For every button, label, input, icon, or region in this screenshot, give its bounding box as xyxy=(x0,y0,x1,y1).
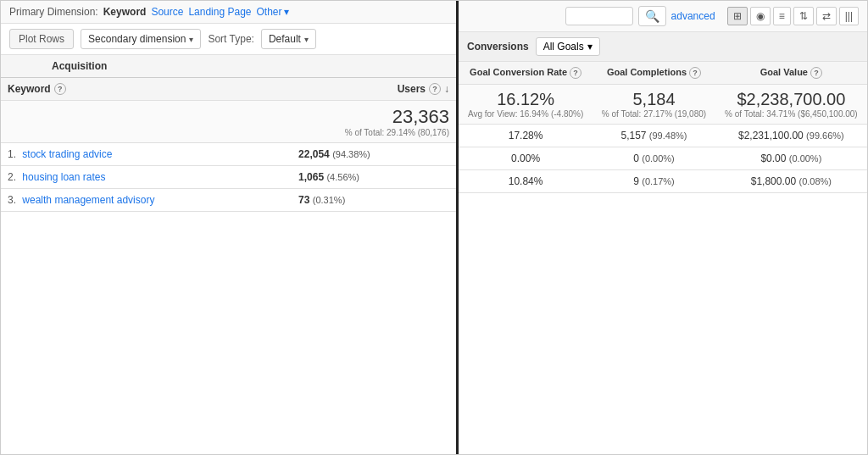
row2-users-value: 1,065 xyxy=(298,171,324,183)
row3-num: 3. xyxy=(8,194,19,206)
search-button[interactable]: 🔍 xyxy=(638,6,666,26)
row1-keyword-link[interactable]: stock trading advice xyxy=(22,148,112,160)
landing-page-link[interactable]: Landing Page xyxy=(188,6,251,18)
advanced-link[interactable]: advanced xyxy=(671,10,715,22)
totals-gv-sub: % of Total: 34.71% ($6,450,100.00) xyxy=(722,109,860,119)
row2-keyword-link[interactable]: housing loan rates xyxy=(22,171,105,183)
r3-gv-value: $1,800.00 xyxy=(751,175,796,187)
source-link[interactable]: Source xyxy=(151,6,183,18)
pivot-view-button[interactable]: ⇄ xyxy=(816,7,837,25)
row3-users-cell: 73 (0.31%) xyxy=(292,189,456,212)
right-table-row: 10.84% 9 (0.17%) $1,800.00 (0.08%) xyxy=(459,170,867,193)
row3-users-pct: (0.31%) xyxy=(313,195,346,205)
r2-gv-pct: (0.00%) xyxy=(789,153,822,164)
r2-gc-value: 0 xyxy=(633,153,639,164)
r3-gv-cell: $1,800.00 (0.08%) xyxy=(715,170,867,193)
right-toolbar: 🔍 advanced ⊞ ◉ ≡ ⇅ ⇄ ||| xyxy=(459,1,867,32)
totals-gc-value: 5,184 xyxy=(599,90,709,109)
r3-gc-value: 9 xyxy=(633,175,639,187)
keyword-help-icon[interactable]: ? xyxy=(54,83,66,95)
totals-gcr-cell: 16.12% Avg for View: 16.94% (-4.80%) xyxy=(459,85,593,125)
r3-gc-pct: (0.17%) xyxy=(642,176,675,186)
primary-dim-label: Primary Dimension: xyxy=(9,6,98,18)
row3-keyword-link[interactable]: wealth management advisory xyxy=(22,194,154,206)
other-dropdown[interactable]: Other ▾ xyxy=(257,6,289,18)
right-table-row: 0.00% 0 (0.00%) $0.00 (0.00%) xyxy=(459,147,867,170)
r1-gc-value: 5,157 xyxy=(620,130,646,141)
totals-gv-cell: $2,238,700.00 % of Total: 34.71% ($6,450… xyxy=(715,85,867,125)
primary-dimension-bar: Primary Dimension: Keyword Source Landin… xyxy=(1,1,456,24)
pie-view-button[interactable]: ◉ xyxy=(750,7,771,25)
r1-gv-cell: $2,231,100.00 (99.66%) xyxy=(715,125,867,147)
gc-help-icon[interactable]: ? xyxy=(689,67,701,79)
search-input[interactable] xyxy=(565,7,633,25)
row2-num: 2. xyxy=(8,171,19,183)
list-view-button[interactable]: ≡ xyxy=(773,7,791,25)
secondary-dim-caret-icon: ▾ xyxy=(189,35,193,44)
right-data-table: Goal Conversion Rate ? Goal Completions … xyxy=(459,62,867,193)
r2-gv-cell: $0.00 (0.00%) xyxy=(715,147,867,170)
r3-gcr-value: 10.84% xyxy=(509,175,543,187)
totals-users-sub: % of Total: 29.14% (80,176) xyxy=(298,128,449,137)
conversions-header: Conversions All Goals ▾ xyxy=(459,32,867,62)
primary-dim-active: Keyword xyxy=(103,6,147,18)
table-row: 2. housing loan rates 1,065 (4.56%) xyxy=(1,166,456,189)
row2-users-cell: 1,065 (4.56%) xyxy=(292,166,456,189)
gc-column-header: Goal Completions ? xyxy=(593,62,715,85)
r2-gc-pct: (0.00%) xyxy=(642,153,675,164)
row3-keyword-cell: 3. wealth management advisory xyxy=(1,189,292,212)
sort-down-icon: ↓ xyxy=(444,83,449,95)
plot-rows-button[interactable]: Plot Rows xyxy=(9,29,74,49)
totals-users-cell: 23,363 % of Total: 29.14% (80,176) xyxy=(292,101,456,143)
conversions-label: Conversions xyxy=(467,41,529,53)
totals-gc-sub: % of Total: 27.17% (19,080) xyxy=(599,109,709,119)
r2-gcr-value: 0.00% xyxy=(511,153,540,164)
sort-caret-icon: ▾ xyxy=(304,35,309,44)
right-table-wrapper: Goal Conversion Rate ? Goal Completions … xyxy=(459,62,867,193)
sort-type-label: Sort Type: xyxy=(208,33,253,45)
r1-gv-pct: (99.66%) xyxy=(806,130,844,141)
r1-gc-cell: 5,157 (99.48%) xyxy=(593,125,715,147)
totals-gv-value: $2,238,700.00 xyxy=(722,90,860,109)
gv-column-header: Goal Value ? xyxy=(715,62,867,85)
table-row: 1. stock trading advice 22,054 (94.38%) xyxy=(1,143,456,166)
r1-gcr-cell: 17.28% xyxy=(459,125,593,147)
secondary-dimension-dropdown[interactable]: Secondary dimension ▾ xyxy=(81,29,201,49)
acquisition-header: Acquisition xyxy=(1,55,456,78)
totals-gcr-sub: Avg for View: 16.94% (-4.80%) xyxy=(465,109,586,119)
row1-users-pct: (94.38%) xyxy=(332,149,370,159)
table-row: 3. wealth management advisory 73 (0.31%) xyxy=(1,189,456,212)
gcr-help-icon[interactable]: ? xyxy=(570,67,581,79)
all-goals-label: All Goals xyxy=(543,41,584,53)
row2-users-pct: (4.56%) xyxy=(326,172,359,182)
bar-view-button[interactable]: ||| xyxy=(839,7,859,25)
comparison-view-button[interactable]: ⇅ xyxy=(793,7,814,25)
totals-gcr-value: 16.12% xyxy=(465,90,586,109)
r1-gv-value: $2,231,100.00 xyxy=(738,130,804,141)
row1-users-value: 22,054 xyxy=(298,148,330,160)
left-toolbar: Plot Rows Secondary dimension ▾ Sort Typ… xyxy=(1,24,456,55)
r1-gc-pct: (99.48%) xyxy=(649,130,687,141)
right-totals-row: 16.12% Avg for View: 16.94% (-4.80%) 5,1… xyxy=(459,85,867,125)
sort-default-dropdown[interactable]: Default ▾ xyxy=(261,29,316,49)
users-help-icon[interactable]: ? xyxy=(429,83,441,95)
grid-view-button[interactable]: ⊞ xyxy=(727,7,748,25)
totals-row: 23,363 % of Total: 29.14% (80,176) xyxy=(1,101,456,143)
r3-gcr-cell: 10.84% xyxy=(459,170,593,193)
left-table-wrapper: Acquisition Keyword ? Users xyxy=(1,55,456,212)
row1-keyword-cell: 1. stock trading advice xyxy=(1,143,292,166)
secondary-dim-label: Secondary dimension xyxy=(88,33,186,45)
row1-num: 1. xyxy=(8,148,19,160)
totals-gc-cell: 5,184 % of Total: 27.17% (19,080) xyxy=(593,85,715,125)
other-label: Other xyxy=(257,6,282,18)
gv-help-icon[interactable]: ? xyxy=(810,67,822,79)
left-data-table: Acquisition Keyword ? Users xyxy=(1,55,456,212)
all-goals-dropdown[interactable]: All Goals ▾ xyxy=(536,37,600,56)
totals-users-value: 23,363 xyxy=(298,106,449,128)
keyword-column-header: Keyword ? xyxy=(1,78,292,101)
sort-default-label: Default xyxy=(269,33,301,45)
view-icons-group: ⊞ ◉ ≡ ⇅ ⇄ ||| xyxy=(727,7,859,25)
r3-gv-pct: (0.08%) xyxy=(798,176,832,186)
users-column-header: Users ? ↓ xyxy=(292,78,456,101)
r1-gcr-value: 17.28% xyxy=(509,130,543,141)
